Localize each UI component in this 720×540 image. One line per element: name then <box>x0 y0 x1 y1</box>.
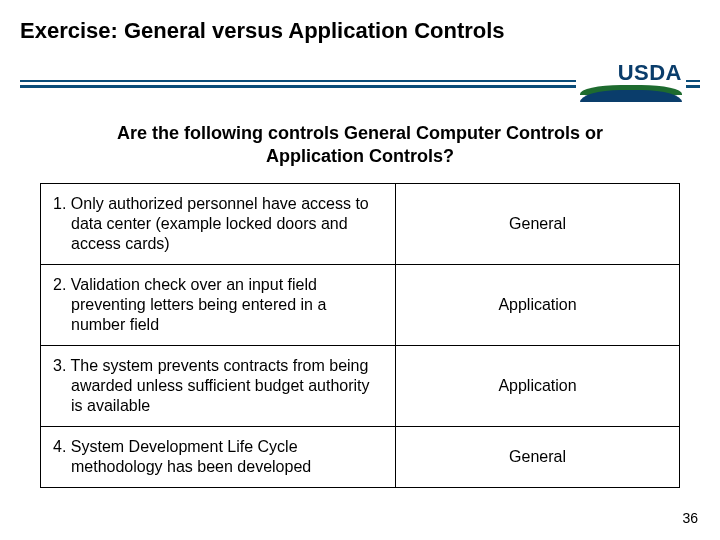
slide: Exercise: General versus Application Con… <box>0 0 720 540</box>
usda-logo-text: USDA <box>580 62 682 84</box>
page-title: Exercise: General versus Application Con… <box>20 18 700 44</box>
table-row: 1. Only authorized personnel have access… <box>41 184 680 265</box>
control-answer: Application <box>396 265 680 346</box>
control-description: 4. System Development Life Cycle methodo… <box>41 427 396 488</box>
control-answer: General <box>396 427 680 488</box>
table-row: 2. Validation check over an input field … <box>41 265 680 346</box>
table-row: 4. System Development Life Cycle methodo… <box>41 427 680 488</box>
title-rule: USDA <box>20 58 700 108</box>
page-number: 36 <box>682 510 698 526</box>
exercise-question: Are the following controls General Compu… <box>80 122 640 167</box>
control-description: 2. Validation check over an input field … <box>41 265 396 346</box>
control-description: 3. The system prevents contracts from be… <box>41 346 396 427</box>
usda-logo-swoosh <box>580 85 682 103</box>
table-row: 3. The system prevents contracts from be… <box>41 346 680 427</box>
control-description: 1. Only authorized personnel have access… <box>41 184 396 265</box>
usda-logo: USDA <box>576 60 686 106</box>
controls-table: 1. Only authorized personnel have access… <box>40 183 680 488</box>
control-answer: Application <box>396 346 680 427</box>
control-answer: General <box>396 184 680 265</box>
